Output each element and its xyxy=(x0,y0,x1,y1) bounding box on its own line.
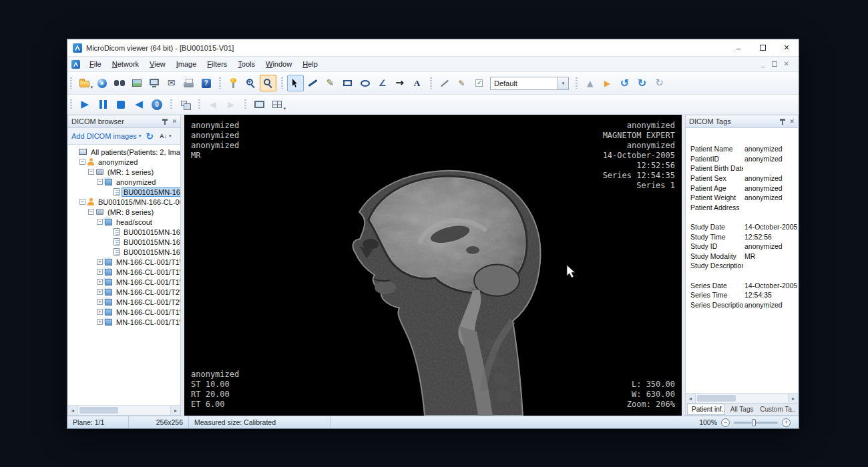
zoom-slider[interactable] xyxy=(734,422,778,424)
tag-row[interactable]: Study Date14-October-2005 xyxy=(686,222,798,232)
toolbar-grip[interactable] xyxy=(576,77,578,89)
chevron-down-icon[interactable]: ▾ xyxy=(139,133,142,139)
zoom-out-button[interactable]: − xyxy=(721,418,730,427)
wl-preset-combo[interactable]: Default▾ xyxy=(490,77,569,90)
fullscreen-button[interactable] xyxy=(250,97,268,113)
save-button[interactable] xyxy=(93,75,110,91)
email-button[interactable] xyxy=(163,75,180,91)
tag-row[interactable]: Series Descriptionanonymized xyxy=(686,300,798,310)
menu-help[interactable]: Help xyxy=(297,58,323,70)
expander-minus-icon[interactable]: − xyxy=(79,199,85,205)
tree-item[interactable]: +MN-166-CL-001/T2W-M xyxy=(68,287,180,297)
open-button[interactable]: ▾ xyxy=(76,75,93,91)
tree-item[interactable]: +MN-166-CL-001/T1W-M xyxy=(68,267,180,277)
tags-hscrollbar[interactable]: ◂ ▸ xyxy=(686,393,798,403)
add-dicom-images-button[interactable]: Add DICOM images xyxy=(71,132,137,140)
tag-row[interactable]: Study Time12:52:56 xyxy=(686,231,798,242)
tree-item[interactable]: −anonymized xyxy=(68,177,180,187)
prev-image-button[interactable] xyxy=(130,97,148,113)
toolbar-grip[interactable] xyxy=(430,77,432,89)
expander-plus-icon[interactable]: + xyxy=(97,309,103,315)
minimize-button[interactable]: – xyxy=(726,39,750,56)
tag-row[interactable]: Patient Sexanonymized xyxy=(686,173,798,183)
expander-plus-icon[interactable]: + xyxy=(97,319,103,325)
tag-row[interactable]: Study IDanonymized xyxy=(686,242,798,252)
browser-hscrollbar[interactable]: ◂ ▸ xyxy=(68,405,180,415)
expander-minus-icon[interactable]: − xyxy=(88,169,94,175)
tag-row[interactable]: Patient Birth Date xyxy=(686,163,798,173)
tag-row[interactable]: Patient Address xyxy=(686,203,798,213)
zoom-in-button[interactable] xyxy=(242,75,259,91)
tag-row[interactable]: Patient Nameanonymized xyxy=(686,144,798,154)
tag-row[interactable]: Series Time12:54:35 xyxy=(686,290,798,300)
tree-item[interactable]: +MN-166-CL-001/T1W-S xyxy=(68,257,180,267)
play-button[interactable] xyxy=(76,97,93,113)
tree-item[interactable]: −anonymized xyxy=(68,157,180,167)
close-button[interactable]: ✕ xyxy=(775,39,799,56)
help-button[interactable] xyxy=(198,75,214,91)
expander-minus-icon[interactable]: − xyxy=(97,219,103,225)
expander-plus-icon[interactable]: + xyxy=(97,279,103,285)
search-button[interactable] xyxy=(111,75,128,91)
mdi-minimize-button[interactable]: _ xyxy=(761,61,765,67)
mdi-document-icon[interactable] xyxy=(71,60,80,69)
expander-plus-icon[interactable]: + xyxy=(97,299,103,305)
menu-window[interactable]: Window xyxy=(260,58,297,70)
tag-row[interactable]: Patient Weightanonymized xyxy=(686,193,798,203)
expander-plus-icon[interactable]: + xyxy=(97,259,103,265)
tree-item[interactable]: −BU001015/MN-166-CL-001/V0 xyxy=(68,197,180,207)
thin-line-button[interactable] xyxy=(436,75,453,91)
tree-item[interactable]: −(MR: 8 series) xyxy=(68,207,180,217)
scroll-track[interactable] xyxy=(78,406,170,415)
scroll-thumb[interactable] xyxy=(697,395,736,402)
zoom-slider-thumb[interactable] xyxy=(752,419,756,426)
export-image-button[interactable] xyxy=(128,75,145,91)
toolbar-grip[interactable] xyxy=(170,99,172,110)
mdi-close-button[interactable]: ✕ xyxy=(784,61,789,67)
rotate-180-button[interactable] xyxy=(651,75,668,91)
menu-file[interactable]: File xyxy=(84,58,107,70)
dock-pin-icon[interactable] xyxy=(162,119,168,125)
tree-item[interactable]: −(MR: 1 series) xyxy=(68,167,180,177)
tags-close-icon[interactable]: ✕ xyxy=(789,118,795,125)
pause-button[interactable] xyxy=(94,97,112,113)
zoom-in-button[interactable]: + xyxy=(782,418,791,427)
scroll-track[interactable] xyxy=(696,394,788,403)
menu-network[interactable]: Network xyxy=(107,58,144,70)
tag-row[interactable] xyxy=(686,212,798,222)
tree-item[interactable]: −head/scout xyxy=(68,217,180,227)
dock-pin-icon[interactable] xyxy=(780,119,785,125)
tree-item[interactable]: +MN-166-CL-001/T2W-M xyxy=(68,297,180,307)
toolbar-grip[interactable] xyxy=(281,77,283,89)
toolbar-grip[interactable] xyxy=(219,77,221,89)
tab-all-tags[interactable]: All Tags xyxy=(726,404,755,415)
tag-row[interactable]: PatientIDanonymized xyxy=(686,154,798,164)
angle-button[interactable] xyxy=(374,75,391,91)
flip-vertical-button[interactable] xyxy=(582,75,598,91)
expander-plus-icon[interactable]: + xyxy=(97,269,103,275)
tree-item[interactable]: BU001015MN-166- xyxy=(68,237,180,247)
expander-plus-icon[interactable]: + xyxy=(97,289,103,295)
image-viewer[interactable]: anonymizedanonymizedanonymizedMR anonymi… xyxy=(184,115,682,416)
tree-item[interactable]: +MN-166-CL-001/T1W-M xyxy=(68,277,180,287)
refresh-icon[interactable]: ↻ xyxy=(146,131,154,141)
tag-row[interactable]: Series Date14-October-2005 xyxy=(686,280,798,290)
tree-item[interactable]: +MN-166-CL-001/T1W-M xyxy=(68,317,180,327)
magnifier-button[interactable] xyxy=(260,75,276,91)
expander-minus-icon[interactable]: − xyxy=(88,209,94,215)
draw-pencil-button[interactable] xyxy=(322,75,339,91)
tree-item[interactable]: BU001015MN-166- xyxy=(68,227,180,237)
tree-item[interactable]: BU001015MN-166- xyxy=(68,187,180,197)
rectangle-button[interactable] xyxy=(339,75,356,91)
tag-row[interactable]: Study Description xyxy=(686,261,798,271)
browser-close-icon[interactable]: ✕ xyxy=(172,118,177,125)
first-image-button[interactable] xyxy=(148,97,166,113)
scroll-thumb[interactable] xyxy=(79,407,118,414)
expander-minus-icon[interactable]: − xyxy=(79,159,85,165)
scroll-right-icon[interactable]: ▸ xyxy=(170,406,180,415)
menu-image[interactable]: Image xyxy=(171,58,202,70)
scroll-left-icon[interactable]: ◂ xyxy=(686,394,696,403)
tab-custom-ta-[interactable]: Custom Ta... xyxy=(755,404,797,415)
tag-row[interactable] xyxy=(686,271,798,281)
sort-icon[interactable]: A↓ xyxy=(160,133,167,139)
